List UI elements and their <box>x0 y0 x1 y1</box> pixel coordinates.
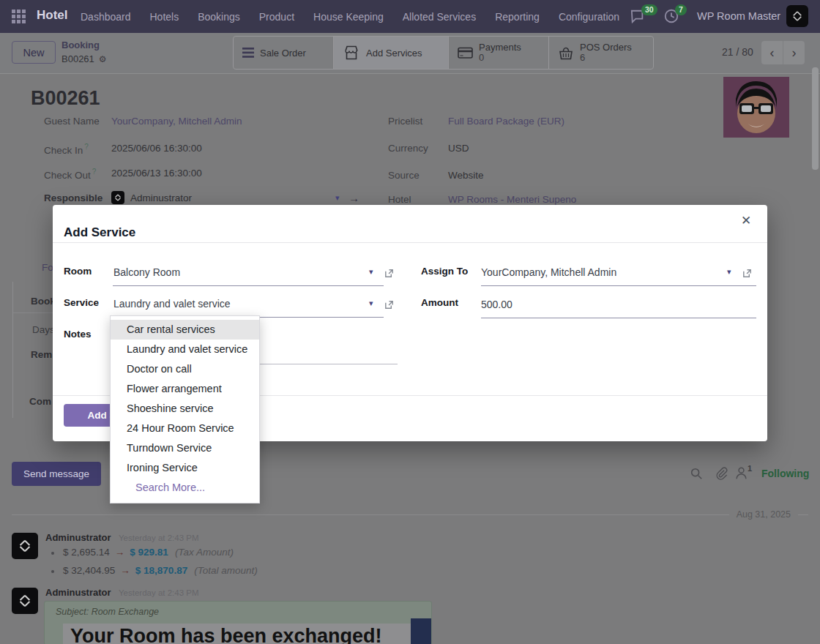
apps-grid-icon[interactable] <box>12 10 26 23</box>
search-more-option[interactable]: Search More... <box>111 478 259 498</box>
date-separator: Aug 31, 2025 <box>12 509 808 520</box>
activities-badge[interactable]: 7 <box>675 4 687 15</box>
check-in-value[interactable]: 2025/06/06 16:30:00 <box>111 143 202 154</box>
dropdown-option[interactable]: 24 Hour Room Service <box>111 419 259 438</box>
external-link-icon[interactable] <box>384 268 395 279</box>
pos-orders-label: POS Orders <box>580 42 632 53</box>
currency-label: Currency <box>388 143 428 154</box>
message-timestamp: Yesterday at 2:43 PM <box>119 588 199 597</box>
guest-name-label: Guest Name <box>44 116 100 127</box>
menu-item-bookings[interactable]: Bookings <box>198 11 240 23</box>
menu-item-product[interactable]: Product <box>259 11 294 23</box>
pager-previous-button[interactable]: ‹ <box>761 41 783 64</box>
send-message-button[interactable]: Send message <box>12 462 101 486</box>
user-avatar[interactable] <box>786 5 808 27</box>
field-note: (Tax Amount) <box>168 547 234 558</box>
dropdown-option[interactable]: Doctor on call <box>111 359 259 379</box>
currency-value[interactable]: USD <box>448 143 469 154</box>
message-avatar <box>12 533 38 559</box>
help-icon: ? <box>92 168 97 176</box>
page-title: B00261 <box>31 87 100 110</box>
service-dropdown: Car rental services Laundry and valet se… <box>110 315 260 503</box>
menu-item-reporting[interactable]: Reporting <box>495 11 540 23</box>
external-link-icon[interactable] <box>742 268 753 279</box>
pricelist-value[interactable]: Full Board Package (EUR) <box>448 116 564 127</box>
user-name[interactable]: WP Room Master <box>697 10 780 22</box>
modal-title: Add Service <box>64 225 135 240</box>
dropdown-option[interactable]: Flower arrangement <box>111 379 259 399</box>
control-panel: New Booking B00261⚙ Sale Order Add Servi… <box>0 33 820 74</box>
pos-orders-count: 6 <box>580 53 632 63</box>
message-author[interactable]: Adminustrator <box>45 587 111 598</box>
chevron-down-icon[interactable]: ▾ <box>369 299 373 308</box>
date-separator-label: Aug 31, 2025 <box>737 509 791 520</box>
main-menu: Dashboard Hotels Bookings Product House … <box>81 0 619 33</box>
followers-icon[interactable] <box>735 466 748 480</box>
tab-fragment[interactable]: Fo <box>42 262 53 273</box>
amount-field[interactable]: 500.00 <box>481 299 512 310</box>
external-link-icon[interactable] <box>384 299 395 310</box>
email-message-card: Subject: Room Exchange Your Room has bee… <box>44 601 432 644</box>
pos-orders-button[interactable]: POS Orders 6 <box>549 37 653 69</box>
hotel-value[interactable]: WP Rooms - Menteri Supeno <box>448 194 576 205</box>
dropdown-option[interactable]: Turndown Service <box>111 438 259 458</box>
message-avatar <box>12 588 38 614</box>
add-services-button[interactable]: Add Services <box>334 37 449 69</box>
field-underline <box>481 318 756 318</box>
dropdown-option[interactable]: Car rental services <box>111 320 259 340</box>
message-subject: Subject: Room Exchange <box>56 607 159 617</box>
check-out-label: Check Out? <box>44 168 96 181</box>
dropdown-option[interactable]: Shoeshine service <box>111 399 259 419</box>
vertical-scrollbar[interactable] <box>812 67 819 170</box>
chevron-down-icon[interactable]: ▾ <box>335 193 340 203</box>
close-icon[interactable]: ✕ <box>741 213 751 228</box>
pager-next-button[interactable]: › <box>783 41 805 64</box>
breadcrumb[interactable]: Booking <box>61 40 100 50</box>
payments-button[interactable]: Payments 0 <box>449 37 549 69</box>
dropdown-option[interactable]: Laundry and valet service <box>111 340 259 359</box>
divider <box>12 282 13 418</box>
guest-name-value[interactable]: YourCompany, Mitchell Admin <box>111 116 242 127</box>
assign-to-label: Assign To <box>421 266 468 277</box>
chevron-down-icon[interactable]: ▾ <box>727 267 731 277</box>
menu-item-alloted-services[interactable]: Alloted Services <box>403 11 476 23</box>
record-name: B00261 <box>61 53 94 64</box>
notes-label: Notes <box>64 329 92 340</box>
service-field[interactable]: Laundry and valet service <box>113 298 231 310</box>
assign-to-field[interactable]: YourCompany, Mitchell Admin <box>481 266 616 278</box>
responsible-label: Responsible <box>44 192 102 203</box>
following-button[interactable]: Following <box>761 468 809 479</box>
bullet <box>51 552 54 555</box>
room-field[interactable]: Balcony Room <box>113 266 180 278</box>
sale-order-button[interactable]: Sale Order <box>234 37 334 69</box>
field-underline <box>481 285 756 286</box>
check-in-label: Check In? <box>44 143 89 156</box>
message-timestamp: Yesterday at 2:43 PM <box>119 533 199 542</box>
internal-link-icon[interactable]: → <box>348 192 359 204</box>
hamburger-icon <box>242 48 254 58</box>
menu-item-house-keeping[interactable]: House Keeping <box>313 11 384 23</box>
sale-order-label: Sale Order <box>260 48 306 59</box>
search-icon[interactable] <box>690 467 703 480</box>
arrow-right-icon: → <box>110 547 130 558</box>
menu-item-dashboard[interactable]: Dashboard <box>81 11 131 23</box>
dropdown-option[interactable]: Ironing Service <box>111 458 259 478</box>
gear-icon[interactable]: ⚙ <box>99 54 107 64</box>
new-button[interactable]: New <box>12 41 56 64</box>
message-author[interactable]: Adminustrator <box>45 532 111 543</box>
chevron-down-icon[interactable]: ▾ <box>369 267 373 277</box>
check-out-value[interactable]: 2025/06/13 16:30:00 <box>111 168 202 179</box>
email-body-preview: Your Room has been exchanged! <box>63 624 412 644</box>
stat-button-group: Sale Order Add Services Payments 0 <box>233 36 654 70</box>
new-value: $ 929.81 <box>130 547 168 558</box>
attachment-icon[interactable] <box>715 466 728 481</box>
basket-icon <box>558 46 574 60</box>
source-value[interactable]: Website <box>448 170 484 181</box>
menu-item-hotels[interactable]: Hotels <box>150 11 179 23</box>
top-navbar: Hotel Dashboard Hotels Bookings Product … <box>0 0 820 33</box>
app-brand[interactable]: Hotel <box>37 8 68 23</box>
messages-badge[interactable]: 30 <box>641 4 657 15</box>
responsible-value[interactable]: Adminustrator <box>130 192 192 203</box>
source-label: Source <box>388 170 420 181</box>
menu-item-configuration[interactable]: Configuration <box>559 11 619 23</box>
